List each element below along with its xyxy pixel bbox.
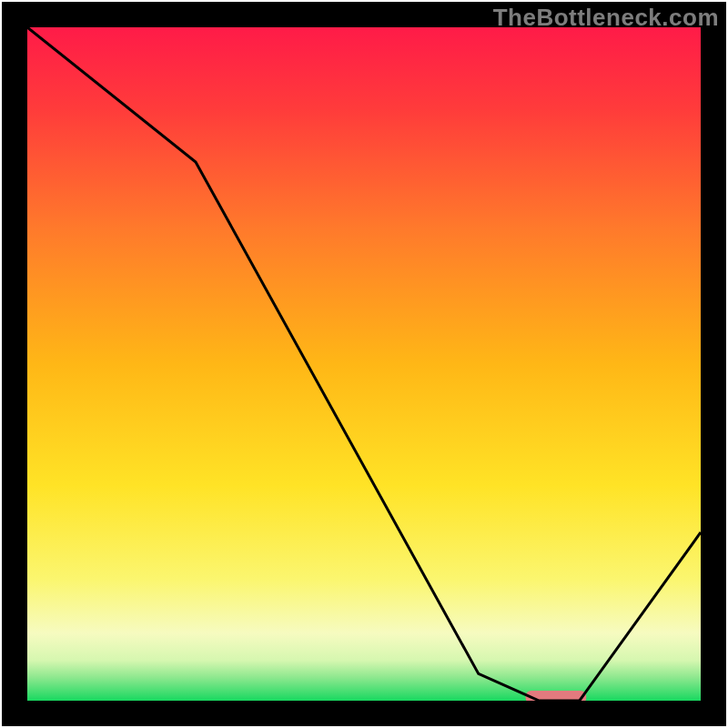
watermark-text: TheBottleneck.com [493,4,719,32]
chart-container: TheBottleneck.com [0,0,728,728]
plot-background [27,27,701,701]
bottleneck-chart [0,0,728,728]
